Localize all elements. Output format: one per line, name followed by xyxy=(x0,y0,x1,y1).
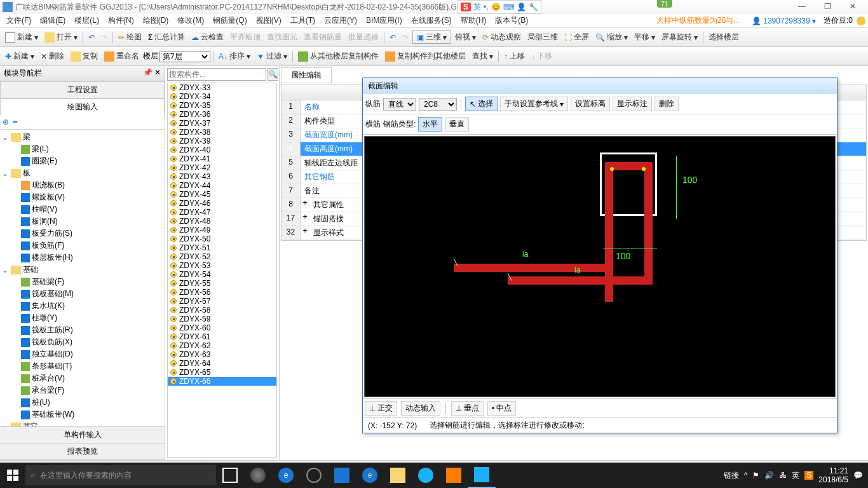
close-button[interactable]: ✕ xyxy=(840,1,865,13)
list-item[interactable]: ZDYX-36 xyxy=(168,110,276,119)
list-item[interactable]: ZDYX-54 xyxy=(168,270,276,279)
nav-report[interactable]: 报表预览 xyxy=(0,444,165,460)
menu-view[interactable]: 视图(V) xyxy=(252,14,285,27)
rotate-button[interactable]: 屏幕旋转 ▾ xyxy=(659,30,700,44)
dyn-input-button[interactable]: 动态输入 xyxy=(401,401,440,416)
tree-base-r[interactable]: 筏板主筋(R) xyxy=(1,324,163,336)
tray-up-icon[interactable]: ^ xyxy=(744,471,748,480)
ortho-button[interactable]: ⊥正交 xyxy=(365,401,397,416)
list-item[interactable]: ZDYX-44 xyxy=(168,181,276,190)
tree-base-f2[interactable]: 承台梁(F) xyxy=(1,384,163,396)
list-item[interactable]: ZDYX-34 xyxy=(168,92,276,101)
prop-tab[interactable]: 属性编辑 xyxy=(281,67,332,83)
menu-online[interactable]: 在线服务(S) xyxy=(407,14,456,27)
tray-sound-icon[interactable]: 🔊 xyxy=(764,471,774,480)
list-item[interactable]: ZDYX-40 xyxy=(168,146,276,154)
redo2-button[interactable]: ↷ xyxy=(400,32,411,43)
copy-to-button[interactable]: 复制构件到其他楼层 xyxy=(383,50,468,63)
find-button[interactable]: 查找图元 xyxy=(264,30,300,44)
menu-modify[interactable]: 修改(M) xyxy=(173,14,208,27)
local3d-button[interactable]: 局部三维 xyxy=(525,30,560,44)
manual-ref-button[interactable]: 手动设置参考线 ▾ xyxy=(500,97,568,111)
search-button[interactable]: 🔍 xyxy=(268,68,278,81)
new2-button[interactable]: ✚新建 ▾ xyxy=(3,50,37,63)
menu-rebar[interactable]: 钢筋量(Q) xyxy=(209,14,250,27)
list-item[interactable]: ZDYX-62 xyxy=(168,341,276,350)
top-view-button[interactable]: 俯视 ▾ xyxy=(452,30,478,44)
delete-button[interactable]: ✕ 删除 xyxy=(38,50,67,63)
tree-beam-e[interactable]: 圈梁(E) xyxy=(1,155,163,167)
ime-person-icon[interactable]: 👤 xyxy=(517,3,526,11)
tree-slab[interactable]: ⌄板 xyxy=(1,167,163,179)
taskbar-search[interactable]: ○在这里输入你要搜索的内容 xyxy=(25,465,216,485)
list-item[interactable]: ZDYX-33 xyxy=(168,83,276,92)
taskview-button[interactable] xyxy=(216,463,244,488)
list-item[interactable]: ZDYX-35 xyxy=(168,101,276,110)
zoom-button[interactable]: 🔍缩放 ▾ xyxy=(593,30,630,44)
horizontal-button[interactable]: 水平 xyxy=(418,117,442,132)
perp-button[interactable]: ⊥ 垂点 xyxy=(451,401,484,416)
open-button[interactable]: 打开 ▾ xyxy=(42,30,80,44)
list-item[interactable]: ZDYX-53 xyxy=(168,261,276,270)
tree-other[interactable]: ›其它 xyxy=(1,421,163,426)
list-item[interactable]: ZDYX-59 xyxy=(168,315,276,323)
list-item[interactable]: ZDYX-41 xyxy=(168,154,276,163)
start-button[interactable] xyxy=(0,463,25,488)
pan-button[interactable]: 平移 ▾ xyxy=(632,30,658,44)
app-store[interactable] xyxy=(328,463,356,488)
select-floor-button[interactable]: 选择楼层 xyxy=(706,30,742,44)
mid-button[interactable]: • 中点 xyxy=(487,401,516,416)
show-dim-button[interactable]: 显示标注 xyxy=(613,97,652,111)
maximize-button[interactable]: ❐ xyxy=(815,1,840,13)
section-delete-button[interactable]: 删除 xyxy=(654,97,679,111)
app-qq[interactable] xyxy=(412,463,440,488)
list-item[interactable]: ZDYX-50 xyxy=(168,234,276,243)
app-explorer[interactable] xyxy=(384,463,412,488)
nav-pin-icon[interactable]: 📌 ✕ xyxy=(143,68,161,79)
draw-button[interactable]: ✏绘图 xyxy=(116,30,144,44)
find2-button[interactable]: 查找 ▾ xyxy=(470,50,496,63)
tree-base-m[interactable]: 筏板基础(M) xyxy=(1,288,163,300)
filter-button[interactable]: ▼过滤 ▾ xyxy=(254,50,290,63)
tree-slab-f[interactable]: 板负筋(F) xyxy=(1,240,163,252)
list-item[interactable]: ZDYX-39 xyxy=(168,137,276,146)
menu-edit[interactable]: 编辑(E) xyxy=(36,14,69,27)
menu-tool[interactable]: 工具(T) xyxy=(287,14,319,27)
tree-slab-b[interactable]: 现浇板(B) xyxy=(1,179,163,191)
search-input[interactable] xyxy=(167,68,266,81)
notice-link[interactable]: 大样中纵筋数量为20与.. xyxy=(656,15,738,26)
tray-flag-icon[interactable]: ⚑ xyxy=(752,471,759,480)
down-button[interactable]: ↓下移 xyxy=(529,50,555,63)
tab-draw[interactable]: 绘图输入 xyxy=(0,98,165,115)
view-steel-button[interactable]: 查看钢筋量 xyxy=(301,30,344,44)
redo-button[interactable]: ↷ xyxy=(98,32,110,43)
flat-button[interactable]: 平齐板顶 xyxy=(227,30,263,44)
app-ie[interactable]: e xyxy=(356,463,384,488)
app-edge[interactable]: e xyxy=(272,463,300,488)
component-list[interactable]: ZDYX-33ZDYX-34ZDYX-35ZDYX-36ZDYX-37ZDYX-… xyxy=(167,83,277,458)
tray-sogou[interactable]: S xyxy=(804,471,813,480)
ime-lang[interactable]: 英 xyxy=(473,2,481,13)
list-item[interactable]: ZDYX-64 xyxy=(168,359,276,368)
tree-base-k[interactable]: 集水坑(K) xyxy=(1,300,163,312)
app-loop[interactable] xyxy=(300,463,328,488)
tree-base-t[interactable]: 条形基础(T) xyxy=(1,360,163,372)
undo2-button[interactable]: ↶ xyxy=(387,32,398,43)
list-item[interactable]: ZDYX-65 xyxy=(168,368,276,377)
list-item[interactable]: ZDYX-43 xyxy=(168,172,276,181)
menu-version[interactable]: 版本号(B) xyxy=(491,14,532,27)
sort-button[interactable]: A↓排序 ▾ xyxy=(216,50,253,63)
tree-base-w[interactable]: 基础板带(W) xyxy=(1,409,163,421)
menu-bim[interactable]: BIM应用(I) xyxy=(362,14,406,27)
tray-net-icon[interactable]: 🖧 xyxy=(779,471,787,480)
new-button[interactable]: 新建 ▾ xyxy=(3,30,41,44)
list-item[interactable]: ZDYX-38 xyxy=(168,128,276,137)
tree-base-u[interactable]: 桩(U) xyxy=(1,396,163,409)
list-item[interactable]: ZDYX-42 xyxy=(168,163,276,172)
tree-base-x[interactable]: 筏板负筋(X) xyxy=(1,336,163,348)
menu-floor[interactable]: 楼层(L) xyxy=(71,14,103,27)
app-ggi[interactable] xyxy=(468,463,496,488)
section-canvas[interactable]: 100 100 la la ╲ ╲ xyxy=(364,136,836,397)
list-item[interactable]: ZDYX-55 xyxy=(168,279,276,288)
app-orange[interactable] xyxy=(440,463,468,488)
